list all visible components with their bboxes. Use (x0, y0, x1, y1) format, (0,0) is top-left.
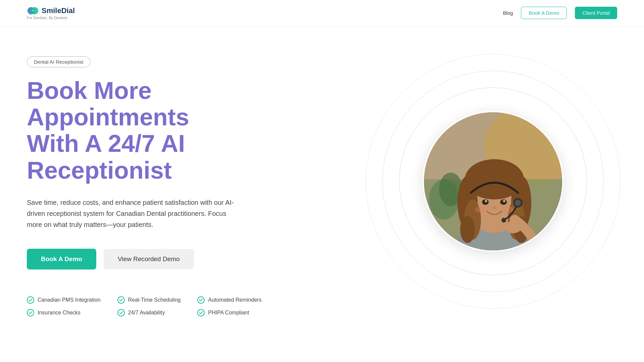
svg-point-33 (501, 218, 506, 223)
hero-title-line1: Book More Appointments (27, 77, 189, 130)
check-circle-icon (27, 309, 34, 316)
logo-wrapper: SmileDial (27, 6, 75, 15)
site-header: SmileDial For Dentists, By Dentists Blog… (0, 0, 644, 26)
svg-point-26 (485, 200, 487, 202)
feature-item-insurance: Insurance Checks (27, 309, 101, 316)
nav-client-portal-button[interactable]: Client Portal (575, 7, 617, 19)
svg-point-1 (31, 7, 39, 14)
feature-item-pms: Canadian PMS Integration (27, 296, 101, 304)
nav-blog-link[interactable]: Blog (503, 10, 513, 16)
logo-name: SmileDial (42, 6, 75, 15)
feature-label-reminders: Automated Reminders (208, 297, 261, 303)
nav-book-demo-button[interactable]: Book A Demo (521, 7, 567, 19)
hero-title-line2: With A 24/7 AI Receptionist (27, 130, 185, 183)
svg-point-27 (503, 200, 505, 202)
check-circle-icon (117, 296, 125, 304)
logo-tagline: For Dentists, By Dentists (27, 16, 75, 20)
check-circle-icon (117, 309, 125, 316)
hero-title: Book More Appointments With A 24/7 AI Re… (27, 77, 268, 184)
svg-point-22 (460, 216, 475, 243)
features-grid: Canadian PMS IntegrationReal-Time Schedu… (27, 296, 262, 316)
svg-point-29 (502, 206, 514, 213)
avatar-image (423, 111, 564, 252)
hero-book-demo-button[interactable]: Book A Demo (27, 249, 96, 269)
feature-label-availability: 24/7 Availability (128, 310, 165, 316)
cta-row: Book A Demo View Recorded Demo (27, 249, 268, 269)
hero-right (342, 26, 644, 337)
feature-item-scheduling: Real-Time Scheduling (117, 296, 181, 304)
svg-point-24 (482, 199, 489, 205)
feature-label-insurance: Insurance Checks (38, 310, 80, 316)
circles-container (362, 51, 624, 312)
feature-item-phipa: PHIPA Compliant (197, 309, 261, 316)
svg-point-28 (475, 206, 487, 213)
svg-point-25 (500, 199, 507, 205)
logo-area: SmileDial For Dentists, By Dentists (27, 6, 75, 20)
feature-label-phipa: PHIPA Compliant (208, 310, 249, 316)
feature-label-pms: Canadian PMS Integration (38, 297, 101, 303)
svg-point-32 (515, 200, 521, 206)
check-circle-icon (197, 296, 205, 304)
main-content: Dental AI Receptionist Book More Appoint… (0, 26, 644, 337)
feature-label-scheduling: Real-Time Scheduling (128, 297, 181, 303)
check-circle-icon (27, 296, 34, 304)
svg-point-7 (198, 309, 204, 316)
svg-point-6 (118, 309, 124, 316)
main-nav: Blog Book A Demo Client Portal (503, 7, 617, 19)
svg-point-30 (492, 206, 496, 209)
svg-point-4 (198, 297, 204, 303)
hero-view-demo-button[interactable]: View Recorded Demo (104, 249, 194, 269)
hero-left: Dental AI Receptionist Book More Appoint… (27, 46, 268, 316)
hero-badge: Dental AI Receptionist (27, 56, 91, 67)
svg-point-5 (27, 309, 34, 316)
receptionist-illustration (424, 112, 564, 252)
logo-icon (27, 6, 39, 15)
hero-subtitle: Save time, reduce costs, and enhance pat… (27, 197, 235, 230)
svg-point-2 (27, 297, 34, 303)
svg-point-3 (118, 297, 124, 303)
feature-item-availability: 24/7 Availability (117, 309, 181, 316)
feature-item-reminders: Automated Reminders (197, 296, 261, 304)
check-circle-icon (197, 309, 205, 316)
